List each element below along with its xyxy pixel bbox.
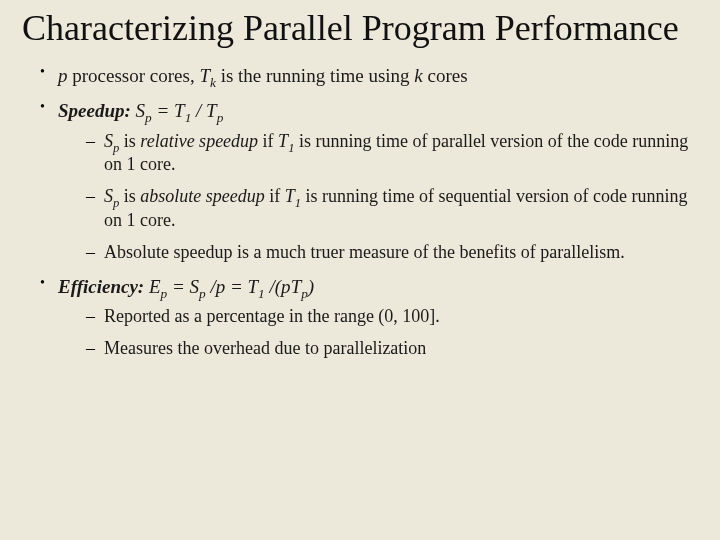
- sub-absolute-truer: Absolute speedup is a much truer measure…: [86, 241, 698, 265]
- div: /: [191, 100, 206, 121]
- div-open: /(p: [265, 276, 291, 297]
- sub-p: p: [145, 110, 152, 125]
- var-T: T: [174, 100, 185, 121]
- sub-absolute-speedup: Sp is absolute speedup if T1 is running …: [86, 185, 698, 233]
- bullet-list: p processor cores, Tk is the running tim…: [22, 63, 698, 360]
- var-S: S: [104, 131, 113, 151]
- efficiency-sublist: Reported as a percentage in the range (0…: [58, 305, 698, 361]
- var-T: T: [248, 276, 259, 297]
- speedup-label: Speedup:: [58, 100, 131, 121]
- page-title: Characterizing Parallel Program Performa…: [22, 8, 698, 49]
- em-absolute: absolute speedup: [140, 186, 264, 206]
- speedup-sublist: Sp is relative speedup if T1 is running …: [58, 130, 698, 265]
- var-S: S: [136, 100, 146, 121]
- text: is: [119, 131, 140, 151]
- sub-relative-speedup: Sp is relative speedup if T1 is running …: [86, 130, 698, 178]
- var-T: T: [291, 276, 302, 297]
- text: if: [258, 131, 278, 151]
- text: is the running time using: [216, 65, 414, 86]
- close-paren: ): [308, 276, 314, 297]
- efficiency-label: Efficiency:: [58, 276, 144, 297]
- div-p: /p =: [206, 276, 248, 297]
- sub-percentage-range: Reported as a percentage in the range (0…: [86, 305, 698, 329]
- var-E: E: [149, 276, 161, 297]
- var-T: T: [206, 100, 217, 121]
- text: is: [119, 186, 140, 206]
- text: cores: [423, 65, 468, 86]
- var-T: T: [285, 186, 295, 206]
- eq: =: [152, 100, 174, 121]
- text: if: [265, 186, 285, 206]
- var-T: T: [278, 131, 288, 151]
- em-relative: relative speedup: [140, 131, 258, 151]
- sub-p: p: [199, 286, 206, 301]
- var-S: S: [104, 186, 113, 206]
- sub-p: p: [301, 286, 308, 301]
- text: processor cores,: [68, 65, 200, 86]
- sub-p: p: [217, 110, 224, 125]
- slide: Characterizing Parallel Program Performa…: [0, 0, 720, 540]
- bullet-processors: p processor cores, Tk is the running tim…: [40, 63, 698, 88]
- var-p: p: [58, 65, 68, 86]
- sub-overhead: Measures the overhead due to paralleliza…: [86, 337, 698, 361]
- eq: =: [167, 276, 189, 297]
- var-k: k: [414, 65, 422, 86]
- bullet-speedup: Speedup: Sp = T1 / Tp Sp is relative spe…: [40, 98, 698, 264]
- var-S: S: [190, 276, 200, 297]
- sub-1: 1: [258, 286, 265, 301]
- var-T: T: [199, 65, 210, 86]
- bullet-efficiency: Efficiency: Ep = Sp /p = T1 /(pTp) Repor…: [40, 274, 698, 361]
